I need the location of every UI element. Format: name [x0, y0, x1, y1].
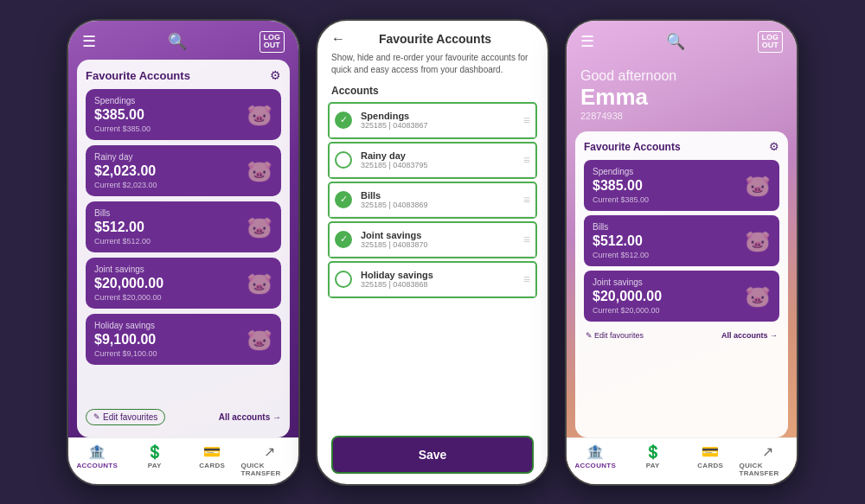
account-row-inner: ✓ Spendings 325185 | 04083867 ≡ [330, 104, 535, 137]
account-number: 325185 | 04083867 [361, 121, 515, 130]
quick-transfer-nav-label: QUICK TRANSFER [740, 462, 798, 477]
drag-handle[interactable]: ≡ [523, 153, 530, 167]
account-info: Spendings $385.00 Current $385.00 [593, 167, 649, 204]
screen1-header: ☰ 🔍 LOG OUT [68, 21, 298, 61]
edit-icon: ✎ [586, 331, 593, 340]
accounts-list: Spendings $385.00 Current $385.00 🐷 Rain… [86, 89, 281, 402]
edit-favourites-button[interactable]: ✎ Edit favourites [586, 331, 644, 340]
nav-cards[interactable]: 💳 CARDS [682, 443, 740, 477]
drag-handle[interactable]: ≡ [523, 113, 530, 127]
account-number: 22874938 [580, 111, 783, 121]
account-number: 325185 | 04083868 [361, 280, 515, 289]
nav-pay[interactable]: 💲 PAY [126, 443, 184, 477]
nav-quick-transfer[interactable]: ↗ QUICK TRANSFER [241, 443, 299, 477]
screen2-title: Favourite Accounts [354, 32, 516, 46]
card-current: Current $385.00 [593, 195, 649, 204]
account-row-holiday[interactable]: Holiday savings 325185 | 04083868 ≡ [328, 261, 537, 298]
drag-handle[interactable]: ≡ [523, 233, 530, 246]
pay-nav-icon: 💲 [644, 443, 662, 460]
account-card-rainy[interactable]: Rainy day $2,023.00 Current $2,023.00 🐷 [86, 145, 281, 196]
account-row-joint[interactable]: ✓ Joint savings 325185 | 04083870 ≡ [328, 221, 537, 258]
section-header: Favourite Accounts ⚙ [86, 68, 281, 82]
s3-account-bills[interactable]: Bills $512.00 Current $512.00 🐷 [584, 215, 779, 266]
logout-button[interactable]: LOG OUT [260, 31, 285, 54]
account-info: Spendings $385.00 Current $385.00 [94, 96, 151, 133]
footer: ✎ Edit favourites All accounts → [86, 403, 281, 429]
screen3-header: ☰ 🔍 LOG OUT [567, 21, 797, 61]
account-info: Joint savings 325185 | 04083870 [361, 230, 515, 249]
account-card-joint[interactable]: Joint savings $20,000.00 Current $20,000… [86, 258, 281, 309]
account-row-rainy[interactable]: Rainy day 325185 | 04083795 ≡ [328, 142, 537, 179]
settings-icon[interactable]: ⚙ [769, 140, 779, 153]
account-info: Rainy day $2,023.00 Current $2,023.00 [94, 152, 157, 189]
check-icon: ✓ [340, 233, 348, 245]
account-info: Holiday savings 325185 | 04083868 [361, 270, 515, 289]
check-circle-spendings[interactable]: ✓ [335, 112, 352, 129]
nav-accounts[interactable]: 🏦 ACCOUNTS [68, 443, 126, 477]
card-current: Current $512.00 [593, 251, 649, 259]
account-card-bills[interactable]: Bills $512.00 Current $512.00 🐷 [86, 201, 281, 252]
nav-cards[interactable]: 💳 CARDS [183, 443, 241, 477]
screen3-phone: ☰ 🔍 LOG OUT Good afternoon Emma 22874938… [565, 19, 798, 486]
account-row-inner: Holiday savings 325185 | 04083868 ≡ [330, 263, 535, 297]
piggy-icon: 🐷 [247, 215, 272, 239]
piggy-icon: 🐷 [745, 174, 771, 198]
screen1-phone: ☰ 🔍 LOG OUT Favourite Accounts ⚙ Spe [67, 19, 300, 486]
account-name: Joint savings [361, 230, 515, 240]
drag-handle[interactable]: ≡ [523, 272, 530, 286]
check-circle-joint[interactable]: ✓ [335, 231, 352, 248]
check-circle-rainy[interactable] [335, 151, 352, 169]
logout-button[interactable]: LOG OUT [758, 31, 784, 54]
menu-icon[interactable]: ☰ [580, 32, 594, 51]
menu-icon[interactable]: ☰ [82, 32, 96, 51]
card-current: Current $9,100.00 [94, 349, 157, 358]
pay-nav-label: PAY [148, 462, 162, 469]
quick-transfer-nav-icon: ↗ [762, 443, 773, 460]
card-amount: $20,000.00 [593, 289, 662, 304]
card-name: Bills [94, 208, 151, 218]
check-icon: ✓ [340, 194, 348, 205]
screen2-header: ← Favourite Accounts [317, 21, 548, 52]
accounts-nav-label: ACCOUNTS [76, 462, 118, 469]
account-number: 325185 | 04083869 [361, 201, 515, 209]
card-name: Bills [593, 222, 649, 232]
search-icon[interactable]: 🔍 [666, 32, 685, 51]
cards-nav-icon: 💳 [702, 443, 719, 460]
account-row-spendings[interactable]: ✓ Spendings 325185 | 04083867 ≡ [328, 102, 537, 139]
card-name: Joint savings [94, 265, 163, 274]
account-card-holiday[interactable]: Holiday savings $9,100.00 Current $9,100… [86, 314, 281, 365]
s3-account-joint[interactable]: Joint savings $20,000.00 Current $20,000… [584, 271, 779, 322]
account-info: Holiday savings $9,100.00 Current $9,100… [94, 321, 157, 358]
all-accounts-link[interactable]: All accounts → [721, 331, 778, 340]
user-name: Emma [580, 84, 783, 111]
drag-handle[interactable]: ≡ [523, 193, 530, 207]
card-amount: $2,023.00 [94, 163, 157, 179]
check-circle-holiday[interactable] [335, 271, 352, 288]
save-button[interactable]: Save [331, 436, 534, 474]
nav-accounts[interactable]: 🏦 ACCOUNTS [567, 443, 625, 477]
edit-favourites-button[interactable]: ✎ Edit favourites [86, 409, 165, 425]
quick-transfer-nav-label: QUICK TRANSFER [241, 462, 299, 477]
s3-account-spendings[interactable]: Spendings $385.00 Current $385.00 🐷 [584, 160, 779, 211]
accounts-nav-icon: 🏦 [586, 443, 604, 460]
account-name: Holiday savings [361, 270, 515, 280]
nav-pay[interactable]: 💲 PAY [625, 443, 682, 477]
nav-quick-transfer[interactable]: ↗ QUICK TRANSFER [740, 443, 798, 477]
quick-transfer-nav-icon: ↗ [264, 443, 275, 460]
pay-nav-label: PAY [646, 462, 660, 469]
account-info: Bills $512.00 Current $512.00 [593, 222, 649, 259]
account-card-spendings[interactable]: Spendings $385.00 Current $385.00 🐷 [86, 89, 281, 140]
account-row-bills[interactable]: ✓ Bills 325185 | 04083869 ≡ [328, 182, 537, 219]
search-icon[interactable]: 🔍 [168, 32, 187, 51]
account-row-inner: ✓ Bills 325185 | 04083869 ≡ [330, 183, 535, 217]
settings-icon[interactable]: ⚙ [270, 68, 281, 82]
back-button[interactable]: ← [331, 31, 345, 47]
bottom-nav: 🏦 ACCOUNTS 💲 PAY 💳 CARDS ↗ QUICK TRANSFE… [68, 437, 298, 484]
all-accounts-link[interactable]: All accounts → [219, 412, 281, 422]
account-row-inner: Rainy day 325185 | 04083795 ≡ [330, 144, 535, 177]
bottom-nav: 🏦 ACCOUNTS 💲 PAY 💳 CARDS ↗ QUICK TRANSFE… [567, 437, 797, 484]
card-current: Current $2,023.00 [94, 181, 157, 189]
account-info: Spendings 325185 | 04083867 [361, 111, 515, 130]
check-circle-bills[interactable]: ✓ [335, 191, 352, 208]
cards-nav-label: CARDS [697, 462, 723, 469]
